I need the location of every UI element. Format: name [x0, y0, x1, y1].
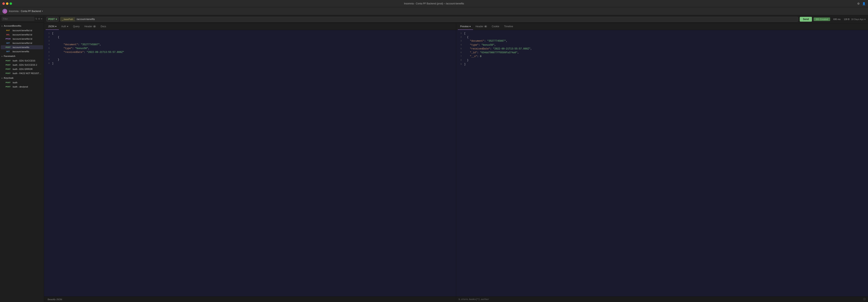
send-button[interactable]: Send — [800, 17, 812, 22]
fold-icon: ▸ — [2, 77, 3, 79]
url-bar: _.basePath — [60, 17, 798, 22]
request-panel: JSON ▾ Auth ▾ Query Header 2 — [44, 24, 456, 302]
method-badge-post: POST — [5, 81, 11, 84]
code-line: 5 "type": "bonus50", — [44, 47, 456, 51]
list-item[interactable]: PUT /account-benefits/:id — [1, 28, 43, 32]
method-selector[interactable]: POST ▾ — [46, 17, 59, 22]
list-item[interactable]: POST /auth - FACE NOT REGISTER... — [1, 71, 43, 75]
breadcrumb-sep: / — [20, 10, 20, 12]
maximize-button[interactable] — [10, 2, 12, 5]
tab-auth[interactable]: Auth ▾ — [59, 24, 71, 30]
method-label: POST — [48, 18, 55, 21]
tab-preview[interactable]: Preview ▾ — [458, 24, 473, 30]
tab-timeline[interactable]: Timeline — [502, 24, 516, 30]
group-label-facematch: Facematch — [4, 55, 15, 57]
sort-icon[interactable]: ⇅ — [35, 18, 37, 20]
url-base-tag[interactable]: _.basePath — [60, 17, 75, 21]
request-bar: POST ▾ _.basePath Send 201 Created 695 m… — [44, 15, 868, 24]
sidebar-search-icons: ⇅ ⚙ ▾ — [35, 18, 42, 20]
item-path: /auth - EDU SUCCESS 2 — [12, 64, 37, 66]
method-badge-post: POST — [5, 64, 11, 66]
window-title: Insomnia - Conta PF Backend (prod) – /ac… — [404, 2, 464, 5]
main-panel: POST ▾ _.basePath Send 201 Created 695 m… — [44, 15, 868, 302]
tab-auth-label: Auth — [61, 25, 66, 28]
list-item[interactable]: POST /auth — [1, 81, 43, 85]
list-item[interactable]: POST /auth - EDU SUCCESS — [1, 59, 43, 63]
method-badge-patch: PTCH — [5, 38, 11, 40]
list-item[interactable]: GET /account-benefits — [1, 50, 43, 54]
settings-icon[interactable]: ⚙ — [857, 2, 860, 5]
method-badge-post: POST — [5, 68, 11, 70]
code-line: 8 } — [44, 58, 456, 62]
code-line: 2 { — [456, 35, 868, 39]
code-line: 2 { — [44, 35, 456, 39]
tab-cookie[interactable]: Cookie — [490, 24, 502, 30]
time-ago[interactable]: 18 Days Ago ▾ — [851, 18, 866, 21]
item-path: /auth - EDU SUCCESS — [12, 59, 35, 62]
chevron-down-icon[interactable]: ▾ — [41, 18, 42, 20]
method-badge-post: POST — [5, 86, 11, 88]
list-item-active[interactable]: POST /account-benefits — [1, 45, 43, 49]
item-path: /auth - EDU ERROR — [12, 68, 33, 70]
group-header-keycloak[interactable]: ▸ Keycloak — [0, 76, 44, 80]
tab-response-header-label: Header — [475, 25, 483, 28]
code-line: 3 — [44, 39, 456, 43]
tab-auth-chevron: ▾ — [67, 25, 68, 28]
list-item[interactable]: POST /auth - dev/prod — [1, 85, 43, 89]
item-path: /account-benefits — [12, 50, 29, 53]
list-item[interactable]: PTCH /account-benefits/:id — [1, 37, 43, 41]
list-item[interactable]: GET /account-benefits/:id — [1, 41, 43, 45]
breadcrumb: Insomnia / Conta PF Backend ▾ — [9, 10, 43, 12]
code-line: 5 "receivedDate": "2022-09-21T13:55:57.0… — [456, 47, 868, 51]
group-header-accountbenefits[interactable]: ▸ AccountBenefits — [0, 24, 44, 28]
code-line: 1 [ — [44, 32, 456, 35]
tab-query[interactable]: Query — [71, 24, 82, 30]
settings-icon[interactable]: ⚙ — [38, 18, 40, 20]
method-badge-post: POST — [5, 72, 11, 74]
beautify-button[interactable]: Beautify JSON — [46, 298, 63, 301]
method-badge-get: GET — [5, 42, 11, 44]
code-line: 6 "receivedDate": "2022-09-21T13:55:57.0… — [44, 51, 456, 54]
code-line: 1 [ — [456, 32, 868, 35]
code-line: 8 } — [456, 58, 868, 62]
minimize-button[interactable] — [6, 2, 8, 5]
status-badge: 201 Created — [813, 18, 830, 21]
code-line: 9 ] — [44, 62, 456, 65]
list-item[interactable]: POST /auth - EDU ERROR — [1, 67, 43, 71]
tab-response-header[interactable]: Header 8 — [473, 24, 489, 30]
tab-json-chevron: ▾ — [55, 25, 57, 28]
tab-json[interactable]: JSON ▾ — [45, 24, 59, 30]
tab-preview-chevron: ▾ — [469, 25, 471, 28]
fold-icon: ▸ — [2, 55, 3, 57]
code-line: 7 — [44, 55, 456, 58]
url-path-input[interactable] — [75, 17, 798, 22]
account-icon[interactable]: 👤 — [862, 2, 866, 5]
tab-response-header-badge: 8 — [484, 25, 487, 27]
breadcrumb-project[interactable]: Conta PF Backend ▾ — [21, 10, 43, 12]
filter-input[interactable] — [2, 17, 34, 21]
info-icon[interactable]: ⓘ — [863, 298, 866, 301]
group-header-facematch[interactable]: ▸ Facematch — [0, 54, 44, 58]
item-path: /account-benefits/:id — [12, 42, 32, 44]
navbar: I Insomnia / Conta PF Backend ▾ — [0, 7, 868, 15]
list-item[interactable]: POST /auth - EDU SUCCESS 2 — [1, 63, 43, 67]
request-bottom-bar: Beautify JSON — [44, 296, 456, 302]
jsonpath-input[interactable] — [459, 298, 863, 301]
app-logo: I — [2, 9, 7, 13]
app-body: I Insomnia / Conta PF Backend ▾ ⇅ ⚙ ▾ — [0, 7, 868, 302]
breadcrumb-app[interactable]: Insomnia — [9, 10, 19, 12]
tab-docs[interactable]: Docs — [98, 24, 108, 30]
request-code-area[interactable]: 1 [ 2 { 3 4 — [44, 30, 456, 296]
tab-header[interactable]: Header 2 — [82, 24, 98, 30]
method-chevron: ▾ — [56, 18, 57, 21]
item-path: /account-benefits — [12, 46, 29, 49]
list-item[interactable]: DEL /account-benefits/:id — [1, 33, 43, 37]
group-label-keycloak: Keycloak — [4, 77, 13, 79]
request-panel-tabs: JSON ▾ Auth ▾ Query Header 2 — [44, 24, 456, 30]
code-line: 9 ] — [456, 62, 868, 66]
method-badge-post: POST — [5, 46, 11, 49]
titlebar-icons: ⚙ 👤 — [857, 2, 866, 5]
close-button[interactable] — [2, 2, 5, 5]
response-code-area: 1 [ 2 { 3 "document": "35277745807", — [456, 30, 868, 296]
code-line: 3 "document": "35277745807", — [456, 39, 868, 43]
